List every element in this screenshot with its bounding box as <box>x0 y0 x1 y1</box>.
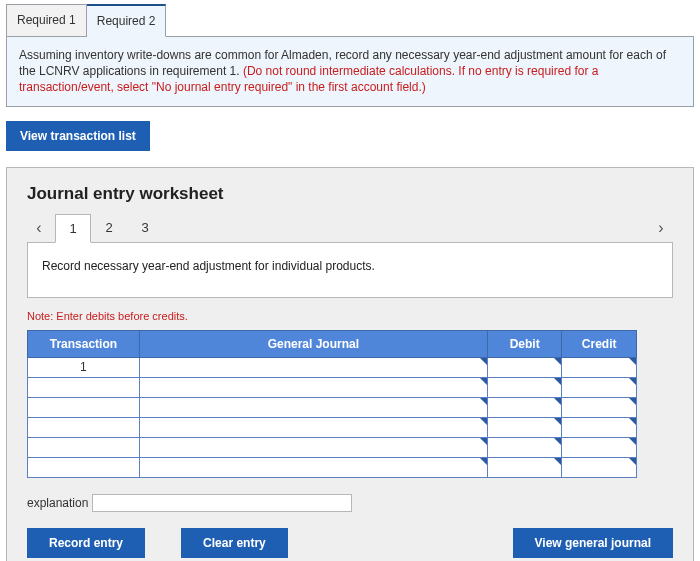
tab-required-1[interactable]: Required 1 <box>6 4 87 37</box>
col-header-debit: Debit <box>487 330 562 357</box>
col-header-general-journal: General Journal <box>139 330 487 357</box>
slide-tab-3[interactable]: 3 <box>127 214 163 243</box>
worksheet-title: Journal entry worksheet <box>27 184 673 204</box>
cell-credit[interactable] <box>562 457 637 477</box>
cell-account[interactable] <box>139 457 487 477</box>
view-transaction-list-button[interactable]: View transaction list <box>6 121 150 151</box>
slide-nav: ‹ 1 2 3 › <box>27 214 673 243</box>
table-row <box>28 417 637 437</box>
slide-tab-2[interactable]: 2 <box>91 214 127 243</box>
cell-credit[interactable] <box>562 397 637 417</box>
next-arrow-icon[interactable]: › <box>649 219 673 237</box>
cell-transaction <box>28 397 140 417</box>
record-entry-button[interactable]: Record entry <box>27 528 145 558</box>
instruction-box: Assuming inventory write-downs are commo… <box>6 36 694 107</box>
cell-transaction <box>28 377 140 397</box>
explanation-input[interactable] <box>92 494 352 512</box>
slide-tab-1[interactable]: 1 <box>55 214 91 243</box>
explanation-label: explanation <box>27 496 88 510</box>
col-header-credit: Credit <box>562 330 637 357</box>
cell-account[interactable] <box>139 417 487 437</box>
panel-buttons: Record entry Clear entry View general jo… <box>27 528 673 558</box>
cell-credit[interactable] <box>562 437 637 457</box>
table-row <box>28 457 637 477</box>
table-row <box>28 437 637 457</box>
table-row: 1 <box>28 357 637 377</box>
prev-arrow-icon[interactable]: ‹ <box>27 219 51 237</box>
cell-transaction <box>28 457 140 477</box>
col-header-transaction: Transaction <box>28 330 140 357</box>
cell-debit[interactable] <box>487 357 562 377</box>
cell-credit[interactable] <box>562 357 637 377</box>
cell-account[interactable] <box>139 357 487 377</box>
cell-debit[interactable] <box>487 377 562 397</box>
cell-credit[interactable] <box>562 377 637 397</box>
table-row <box>28 377 637 397</box>
view-general-journal-button[interactable]: View general journal <box>513 528 673 558</box>
cell-debit[interactable] <box>487 417 562 437</box>
cell-debit[interactable] <box>487 457 562 477</box>
explanation-row: explanation <box>27 494 673 512</box>
journal-table: Transaction General Journal Debit Credit… <box>27 330 637 478</box>
cell-credit[interactable] <box>562 417 637 437</box>
cell-debit[interactable] <box>487 437 562 457</box>
note-text: Note: Enter debits before credits. <box>27 310 673 322</box>
cell-transaction <box>28 417 140 437</box>
clear-entry-button[interactable]: Clear entry <box>181 528 288 558</box>
table-row <box>28 397 637 417</box>
cell-account[interactable] <box>139 437 487 457</box>
slide-text: Record necessary year-end adjustment for… <box>42 259 375 273</box>
slide-content: Record necessary year-end adjustment for… <box>27 242 673 298</box>
slide-tabs: 1 2 3 <box>55 214 163 243</box>
cell-transaction <box>28 437 140 457</box>
cell-debit[interactable] <box>487 397 562 417</box>
top-tab-strip: Required 1 Required 2 <box>0 4 700 37</box>
tab-required-2[interactable]: Required 2 <box>87 4 167 37</box>
cell-account[interactable] <box>139 397 487 417</box>
journal-worksheet-panel: Journal entry worksheet ‹ 1 2 3 › Record… <box>6 167 694 561</box>
cell-account[interactable] <box>139 377 487 397</box>
cell-transaction-1: 1 <box>28 357 140 377</box>
